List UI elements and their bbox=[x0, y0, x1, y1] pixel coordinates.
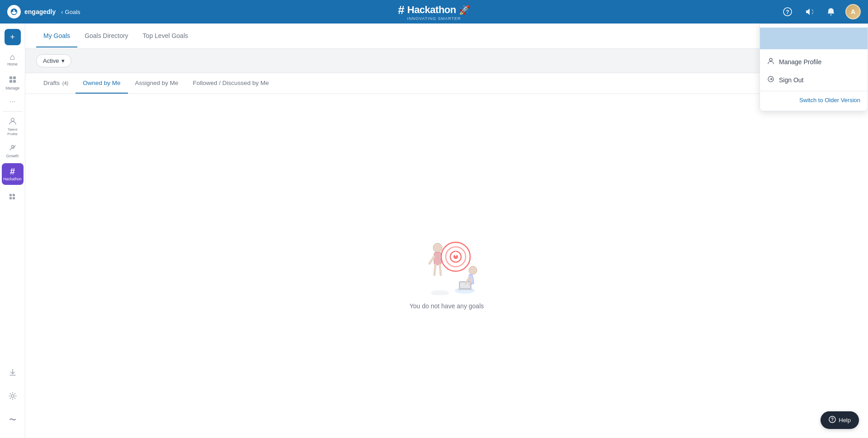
manage-profile-item[interactable]: Manage Profile bbox=[760, 53, 868, 71]
overlay[interactable] bbox=[0, 0, 868, 438]
manage-profile-label: Manage Profile bbox=[779, 58, 821, 66]
user-dropdown-menu: Manage Profile Sign Out Switch to Older … bbox=[760, 24, 868, 111]
switch-version-label: Switch to Older Version bbox=[799, 97, 860, 104]
dropdown-divider bbox=[760, 91, 868, 91]
help-button[interactable]: ? Help bbox=[821, 411, 859, 429]
help-label: Help bbox=[839, 417, 851, 424]
svg-point-34 bbox=[769, 58, 772, 61]
sign-out-label: Sign Out bbox=[779, 76, 803, 84]
help-circle-icon: ? bbox=[829, 416, 836, 424]
svg-text:?: ? bbox=[831, 417, 834, 422]
manage-profile-icon bbox=[767, 57, 774, 66]
sign-out-item[interactable]: Sign Out bbox=[760, 71, 868, 89]
dropdown-header bbox=[760, 28, 868, 49]
switch-version-link[interactable]: Switch to Older Version bbox=[760, 93, 868, 107]
sign-out-icon bbox=[767, 75, 774, 85]
